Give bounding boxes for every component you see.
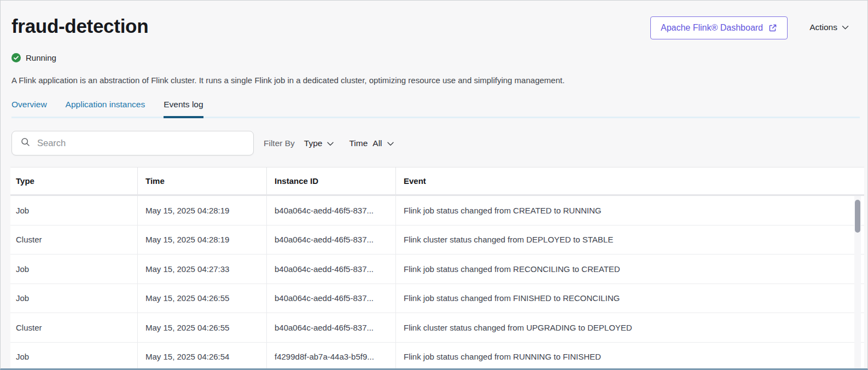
cell-time: May 15, 2025 04:28:19 bbox=[138, 196, 267, 225]
chevron-down-icon bbox=[327, 138, 334, 148]
flink-application-page: fraud-detection Apache Flink® Dashboard … bbox=[0, 0, 868, 370]
tab-application-instances[interactable]: Application instances bbox=[66, 100, 145, 117]
dashboard-button-label: Apache Flink® Dashboard bbox=[661, 23, 763, 33]
cell-time: May 15, 2025 04:26:54 bbox=[138, 343, 267, 370]
cell-type: Job bbox=[10, 196, 138, 225]
cell-instance-id: b40a064c-aedd-46f5-837... bbox=[267, 255, 396, 284]
external-link-icon bbox=[768, 24, 777, 32]
cell-type: Job bbox=[10, 284, 138, 313]
time-filter-value: All bbox=[372, 138, 382, 148]
cell-time: May 15, 2025 04:27:33 bbox=[138, 255, 267, 284]
table-row: Cluster May 15, 2025 04:26:55 b40a064c-a… bbox=[10, 313, 864, 343]
type-filter-dropdown[interactable]: Type bbox=[304, 138, 334, 148]
cell-time: May 15, 2025 04:28:19 bbox=[138, 226, 267, 255]
table-row: Cluster May 15, 2025 04:28:19 b40a064c-a… bbox=[10, 226, 864, 255]
cell-type: Cluster bbox=[10, 313, 138, 342]
table-row: Job May 15, 2025 04:26:54 f4299d8f-ab7a-… bbox=[10, 343, 864, 370]
cell-event: Flink job status changed from RECONCILIN… bbox=[396, 255, 864, 284]
events-table: Type Time Instance ID Event Job May 15, … bbox=[10, 167, 864, 370]
search-box bbox=[11, 131, 254, 155]
tab-overview[interactable]: Overview bbox=[11, 100, 47, 117]
column-header-type: Type bbox=[10, 167, 138, 194]
cell-event: Flink job status changed from FINISHED t… bbox=[396, 284, 864, 313]
cell-time: May 15, 2025 04:26:55 bbox=[138, 284, 267, 313]
cell-type: Job bbox=[10, 255, 138, 284]
search-input[interactable] bbox=[37, 138, 244, 148]
tabs-bar: Overview Application instances Events lo… bbox=[11, 100, 860, 118]
actions-label: Actions bbox=[809, 22, 837, 32]
table-scrollbar[interactable] bbox=[854, 196, 861, 370]
column-header-instance-id: Instance ID bbox=[267, 167, 396, 194]
table-header-row: Type Time Instance ID Event bbox=[10, 167, 864, 196]
events-toolbar: Filter By Type Time All bbox=[11, 131, 867, 155]
filter-by-label: Filter By bbox=[264, 138, 295, 148]
column-header-time: Time bbox=[138, 167, 267, 194]
actions-menu-button[interactable]: Actions bbox=[809, 22, 849, 32]
status-running-icon bbox=[11, 53, 21, 62]
status-label: Running bbox=[26, 53, 56, 62]
search-icon bbox=[21, 137, 30, 149]
cell-instance-id: b40a064c-aedd-46f5-837... bbox=[267, 313, 396, 342]
column-header-event: Event bbox=[396, 167, 864, 194]
scrollbar-thumb[interactable] bbox=[855, 200, 860, 233]
table-body: Job May 15, 2025 04:28:19 b40a064c-aedd-… bbox=[10, 196, 864, 370]
chevron-down-icon bbox=[387, 138, 394, 148]
cell-instance-id: b40a064c-aedd-46f5-837... bbox=[267, 284, 396, 313]
tab-events-log[interactable]: Events log bbox=[164, 100, 203, 118]
cell-instance-id: f4299d8f-ab7a-44a3-b5f9... bbox=[267, 343, 396, 370]
status-badge: Running bbox=[11, 53, 867, 62]
cell-event: Flink job status changed from CREATED to… bbox=[396, 196, 864, 225]
cell-event: Flink job status changed from RUNNING to… bbox=[396, 343, 864, 370]
cell-instance-id: b40a064c-aedd-46f5-837... bbox=[267, 226, 396, 255]
time-filter-dropdown[interactable]: Time All bbox=[349, 138, 393, 148]
cell-type: Job bbox=[10, 343, 138, 370]
table-row: Job May 15, 2025 04:27:33 b40a064c-aedd-… bbox=[10, 255, 864, 284]
type-filter-label: Type bbox=[304, 138, 323, 148]
application-description: A Flink application is an abstraction of… bbox=[11, 76, 867, 85]
cell-event: Flink cluster status changed from DEPLOY… bbox=[396, 226, 864, 255]
cell-type: Cluster bbox=[10, 226, 138, 255]
apache-flink-dashboard-button[interactable]: Apache Flink® Dashboard bbox=[650, 16, 788, 39]
table-row: Job May 15, 2025 04:26:55 b40a064c-aedd-… bbox=[10, 284, 864, 314]
chevron-down-icon bbox=[842, 22, 849, 32]
time-filter-label: Time bbox=[349, 138, 368, 148]
cell-time: May 15, 2025 04:26:55 bbox=[138, 313, 267, 342]
table-row: Job May 15, 2025 04:28:19 b40a064c-aedd-… bbox=[10, 196, 864, 226]
cell-instance-id: b40a064c-aedd-46f5-837... bbox=[267, 196, 396, 225]
cell-event: Flink cluster status changed from UPGRAD… bbox=[396, 313, 864, 342]
